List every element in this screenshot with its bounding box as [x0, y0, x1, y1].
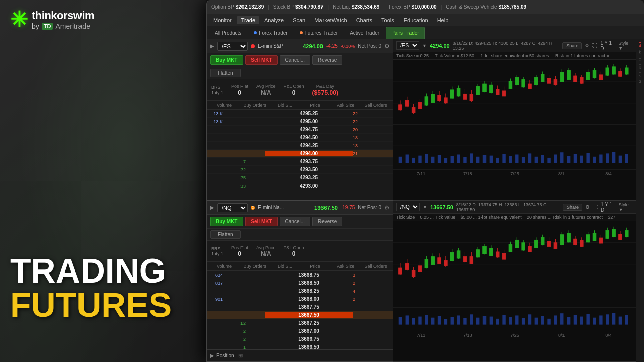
ob-ask: 2 — [353, 297, 370, 302]
tab-all-products[interactable]: All Products — [209, 27, 247, 39]
nq-chart-fullscreen-icon[interactable]: ⛶ — [593, 204, 598, 210]
es-symbol-select[interactable]: /ES — [217, 42, 248, 51]
ob-price: 13668.75 — [265, 272, 353, 278]
svg-rect-102 — [593, 70, 596, 78]
es-chart-symbol-select[interactable]: /ES — [396, 41, 419, 50]
svg-rect-14 — [457, 155, 460, 163]
side-db-icon[interactable]: DB — [638, 64, 642, 69]
table-row: 22 4293.50 — [207, 166, 393, 174]
es-avg-price-value: N/A — [261, 89, 271, 96]
ob-ask: 2 — [353, 281, 370, 286]
ob-ask: 4 — [353, 289, 370, 294]
ob-ask: 20 — [353, 127, 370, 132]
svg-rect-126 — [451, 317, 454, 325]
svg-rect-23 — [515, 155, 518, 163]
nav-charts[interactable]: Charts — [352, 16, 376, 24]
tab-pairs-trader[interactable]: Pairs Trader — [386, 27, 424, 39]
ob-ask: 13 — [353, 143, 370, 148]
nq-chart-symbol-select[interactable]: /NQ — [396, 203, 420, 211]
es-date-1: 7/11 — [397, 171, 444, 176]
svg-rect-123 — [431, 318, 434, 325]
branding-panel: ✳ thinkorswim by TD Ameritrade TRADING F… — [0, 0, 206, 362]
svg-rect-193 — [522, 243, 525, 250]
svg-rect-76 — [509, 81, 512, 89]
es-date-2: 7/18 — [444, 171, 491, 176]
nq-style-btn[interactable]: Style ▼ — [619, 202, 633, 212]
nav-trade[interactable]: Trade — [237, 16, 259, 24]
es-chart-fullscreen-icon[interactable]: ⛶ — [592, 43, 597, 48]
es-expand-arrow[interactable]: ▶ — [210, 43, 214, 49]
nq-chart-settings-icon[interactable]: ⚙ — [585, 204, 590, 210]
svg-rect-20 — [496, 158, 499, 163]
forex-bp-label: Forex BP — [389, 4, 410, 10]
table-row: 7 4293.75 — [207, 158, 393, 166]
table-row: 13 K 4295.25 22 — [207, 110, 393, 118]
nq-settings-icon[interactable]: ⚙ — [384, 204, 390, 211]
tab-forex-trader[interactable]: Forex Trader — [248, 27, 293, 39]
tab-bar: All Products Forex Trader Futures Trader… — [207, 26, 644, 39]
es-trading-section: ▶ /ES E-mini S&P 4294.00 -4.25 -0.10% Ne… — [207, 39, 393, 201]
tab-futures-trader[interactable]: Futures Trader — [294, 27, 344, 39]
svg-rect-50 — [425, 97, 428, 105]
svg-rect-11 — [438, 155, 441, 163]
side-trd-icon[interactable]: Trd — [638, 41, 642, 47]
side-at-icon[interactable]: AT — [638, 50, 642, 55]
side-lz-icon[interactable]: LZ — [638, 72, 642, 77]
nq-cancel-btn[interactable]: Cancel... — [280, 217, 310, 226]
nq-buy-btn[interactable]: Buy MKT — [210, 217, 243, 226]
es-brs-value: 1 ity 1 — [211, 90, 223, 95]
es-pnl-open-value: 0 — [292, 89, 296, 96]
svg-rect-21 — [502, 154, 505, 163]
nq-symbol-select[interactable]: /NQ — [217, 203, 248, 212]
nav-help[interactable]: Help — [433, 16, 453, 24]
es-style-btn[interactable]: Style ▼ — [618, 41, 633, 51]
nav-analyze[interactable]: Analyze — [260, 16, 288, 24]
nav-marketwatch[interactable]: MarketWatch — [310, 16, 351, 24]
ob-price: 4294.50 — [265, 135, 353, 140]
es-date-5: 8/4 — [585, 171, 632, 176]
es-share-btn[interactable]: Share — [562, 42, 582, 49]
net-liq-label: Net Liq. — [333, 4, 350, 10]
tab-all-products-label: All Products — [215, 30, 242, 36]
nav-education[interactable]: Education — [399, 16, 432, 24]
svg-rect-146 — [580, 317, 583, 325]
es-sell-btn[interactable]: Sell MKT — [245, 55, 277, 65]
tab-active-trader[interactable]: Active Trader — [344, 27, 385, 39]
position-bar: ▶ Position ⊞ — [207, 349, 393, 361]
es-chart-settings-icon[interactable]: ⚙ — [585, 43, 589, 48]
nq-flatten-btn[interactable]: Flatten — [210, 230, 241, 239]
nq-chart-dropdown[interactable]: ▼ — [423, 205, 427, 210]
ob-buy: 2 — [225, 329, 248, 334]
es-chart-dropdown[interactable]: ▼ — [422, 43, 427, 48]
svg-rect-8 — [418, 156, 421, 163]
svg-rect-5 — [399, 157, 402, 163]
nav-bar: Monitor Trade Analyze Scan MarketWatch C… — [207, 14, 644, 26]
svg-rect-142 — [554, 315, 557, 324]
nav-tools[interactable]: Tools — [377, 16, 398, 24]
ob-ask: 22 — [353, 119, 370, 124]
svg-rect-120 — [412, 318, 415, 325]
side-c-icon[interactable]: C — [638, 58, 642, 61]
nav-monitor[interactable]: Monitor — [209, 16, 236, 24]
nq-sell-btn[interactable]: Sell MKT — [245, 217, 277, 226]
es-flatten-btn[interactable]: Flatten — [210, 69, 241, 77]
es-cancel-btn[interactable]: Cancel... — [280, 55, 310, 65]
nq-reverse-btn[interactable]: Reverse — [312, 217, 342, 226]
nq-expand-arrow[interactable]: ▶ — [210, 205, 214, 210]
es-reverse-btn[interactable]: Reverse — [312, 55, 342, 65]
table-row: 25 4293.25 — [207, 174, 393, 182]
es-brs-label: BRS — [211, 85, 223, 90]
nq-share-btn[interactable]: Share — [563, 204, 582, 211]
svg-rect-139 — [535, 318, 538, 325]
position-icon[interactable]: ⊞ — [238, 353, 243, 358]
svg-rect-197 — [535, 240, 538, 247]
nq-order-book: Volume Buy Orders Bid S... Price Ask Siz… — [207, 262, 393, 349]
stock-bp-label: Stock BP — [273, 4, 294, 10]
ob-price: 4293.00 — [265, 183, 353, 189]
nav-scan[interactable]: Scan — [289, 16, 309, 24]
side-n-icon[interactable]: N — [638, 80, 642, 83]
es-settings-icon[interactable]: ⚙ — [384, 43, 390, 50]
es-buy-btn[interactable]: Buy MKT — [210, 55, 243, 65]
position-expand-icon[interactable]: ▶ — [210, 353, 214, 358]
ob-price-current: 4294.00 — [265, 151, 353, 156]
